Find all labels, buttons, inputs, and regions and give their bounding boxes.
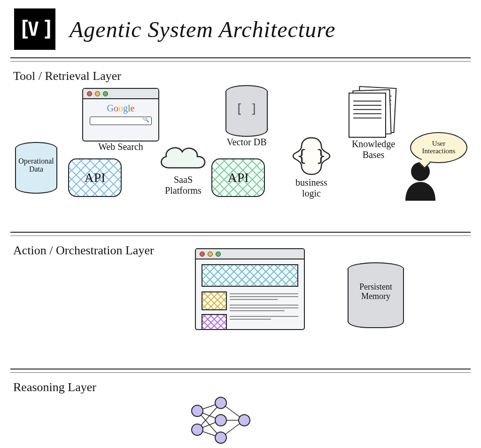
llm-label: LLM bbox=[208, 446, 234, 448]
api-blue-label: API bbox=[84, 170, 105, 185]
divider bbox=[10, 232, 471, 233]
cloud-icon bbox=[155, 141, 211, 174]
documents-icon bbox=[348, 87, 399, 139]
vector-db-label: Vector DB bbox=[227, 137, 267, 148]
api-green-item: API bbox=[211, 158, 265, 197]
braces-icon: { } bbox=[290, 135, 333, 177]
divider bbox=[10, 57, 471, 58]
header: [ V ] Agentic System Architecture bbox=[0, 0, 481, 55]
browser-icon: Google bbox=[82, 88, 159, 141]
api-green-label: API bbox=[227, 170, 248, 185]
business-logic-label: business logic bbox=[295, 177, 327, 199]
text-placeholder bbox=[230, 291, 298, 330]
logo-badge: [ V ] bbox=[14, 8, 55, 50]
thumb-placeholder bbox=[202, 291, 227, 310]
logo-v-icon: [ V ] bbox=[18, 17, 51, 41]
google-logo: Google bbox=[83, 103, 158, 114]
svg-point-18 bbox=[215, 432, 226, 443]
window-min-icon bbox=[95, 91, 100, 96]
svg-text:{ }: { } bbox=[297, 146, 326, 165]
window-min-icon bbox=[208, 252, 213, 257]
reasoning-layer: LLM learn more at https://vectorize.io bbox=[0, 399, 481, 448]
neural-network-icon bbox=[188, 394, 254, 446]
divider bbox=[10, 369, 471, 369]
action-orchestration-layer: Persistent Memory bbox=[0, 262, 481, 366]
svg-point-17 bbox=[215, 415, 226, 426]
vector-db-item: [ ] Vector DB bbox=[225, 85, 268, 148]
operational-data-inner-label: Operational Data bbox=[15, 157, 57, 173]
section-heading-tool: Tool / Retrieval Layer bbox=[13, 69, 481, 83]
speech-bubble-icon: User Interactions bbox=[410, 132, 467, 163]
section-heading-reasoning: Reasoning Layer bbox=[13, 380, 481, 394]
browser-titlebar bbox=[83, 89, 158, 99]
window-close-icon bbox=[87, 91, 92, 96]
search-input-icon bbox=[90, 117, 152, 125]
api-blue-item: API bbox=[68, 158, 122, 197]
window-max-icon bbox=[216, 252, 221, 257]
divider-thin bbox=[10, 61, 471, 62]
database-icon: Persistent Memory bbox=[348, 262, 404, 328]
page-title: Agentic System Architecture bbox=[70, 16, 335, 42]
user-interactions-item: User Interactions bbox=[402, 144, 453, 201]
database-icon: Operational Data bbox=[15, 142, 57, 194]
svg-point-15 bbox=[192, 424, 203, 435]
thumb-placeholder bbox=[202, 314, 227, 330]
api-chip-icon: API bbox=[211, 158, 265, 197]
svg-point-14 bbox=[192, 405, 203, 417]
svg-text:]: ] bbox=[42, 17, 51, 40]
divider-thin bbox=[10, 372, 471, 373]
svg-point-19 bbox=[239, 415, 250, 426]
operational-data-item: Operational Data bbox=[15, 142, 57, 194]
knowledge-bases-label: Knowledge Bases bbox=[352, 139, 395, 160]
user-icon: User Interactions bbox=[402, 144, 453, 201]
vector-db-glyph: [ ] bbox=[225, 102, 268, 115]
database-icon: [ ] bbox=[225, 85, 268, 137]
svg-text:V: V bbox=[28, 18, 39, 40]
divider-thin bbox=[10, 236, 471, 236]
tool-retrieval-layer: Google Web Search [ ] Vector DB Knowledg… bbox=[0, 88, 481, 229]
saas-item: SaaS Platforms bbox=[155, 141, 211, 196]
api-chip-icon: API bbox=[68, 158, 122, 197]
svg-point-16 bbox=[215, 397, 226, 409]
saas-label: SaaS Platforms bbox=[165, 174, 202, 196]
knowledge-bases-item: Knowledge Bases bbox=[348, 87, 399, 160]
window-close-icon bbox=[200, 252, 205, 257]
user-interactions-label: User Interactions bbox=[422, 140, 456, 155]
window-max-icon bbox=[103, 91, 108, 96]
hero-placeholder bbox=[202, 264, 298, 287]
llm-item: LLM bbox=[188, 394, 254, 448]
ui-window-item bbox=[195, 248, 305, 330]
web-search-item: Google Web Search bbox=[82, 88, 159, 152]
business-logic-item: { } business logic bbox=[290, 135, 333, 199]
persistent-memory-item: Persistent Memory bbox=[348, 262, 404, 328]
persistent-memory-label: Persistent Memory bbox=[348, 283, 404, 301]
web-search-label: Web Search bbox=[98, 141, 143, 152]
app-window-icon bbox=[195, 248, 305, 330]
